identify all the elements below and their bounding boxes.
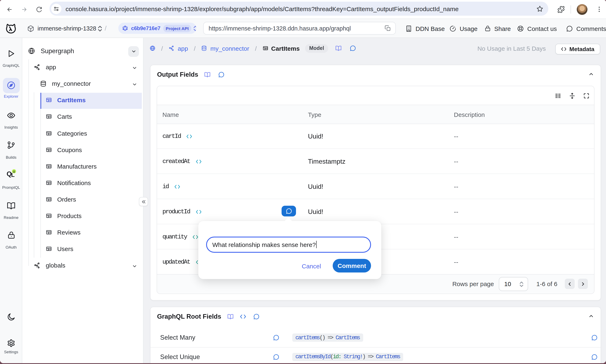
svg-text:α: α (13, 169, 15, 174)
